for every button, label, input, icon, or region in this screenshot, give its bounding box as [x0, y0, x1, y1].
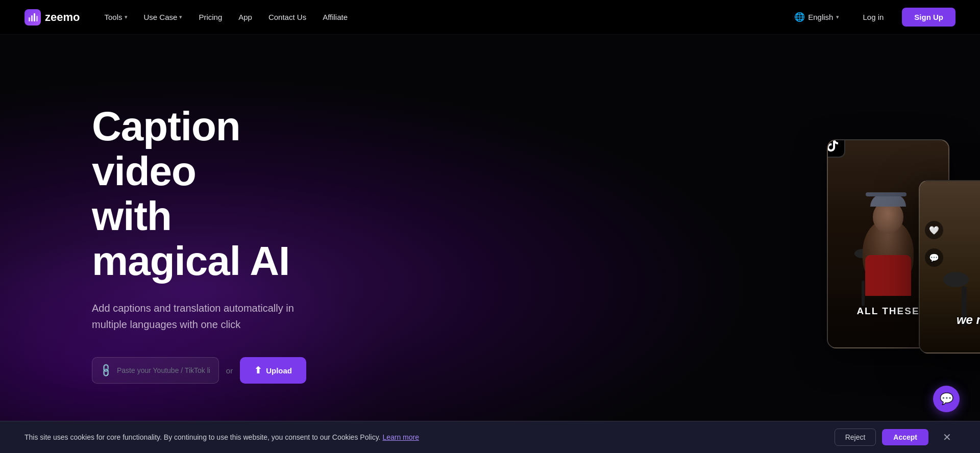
nav-tools[interactable]: Tools ▾ — [98, 9, 133, 26]
navbar: zeemo Tools ▾ Use Case ▾ Pricing App Con… — [0, 0, 980, 35]
language-selector[interactable]: 🌐 English ▾ — [789, 9, 844, 26]
cookie-accept-button[interactable]: Accept — [882, 429, 928, 445]
cookie-banner: This site uses cookies for core function… — [0, 421, 980, 453]
nav-app[interactable]: App — [232, 9, 258, 26]
youtube-video: we make all these mistakes — [919, 180, 980, 354]
use-case-chevron-icon: ▾ — [179, 14, 182, 20]
cookie-buttons: Reject Accept ✕ — [835, 429, 955, 446]
login-button[interactable]: Log in — [854, 9, 892, 26]
hero-title: Caption video with magical AI — [92, 104, 306, 284]
hero-section: Caption video with magical AI Add captio… — [0, 35, 980, 453]
nav-left: zeemo Tools ▾ Use Case ▾ Pricing App Con… — [24, 9, 354, 26]
logo[interactable]: zeemo — [24, 9, 80, 26]
globe-icon: 🌐 — [794, 12, 805, 22]
nav-pricing[interactable]: Pricing — [192, 9, 228, 26]
tiktok-comment-icon: 💬 — [925, 248, 943, 267]
cookie-learn-more[interactable]: Learn more — [382, 433, 419, 441]
cookie-text: This site uses cookies for core function… — [24, 433, 419, 441]
tools-chevron-icon: ▾ — [125, 14, 128, 20]
logo-text: zeemo — [45, 11, 80, 24]
tiktok-badge — [827, 139, 845, 158]
url-input-wrapper: 🔗 — [92, 357, 219, 384]
video-showcase: ALL THESE 🤍 💬 — [827, 139, 949, 348]
chat-bubble[interactable]: 💬 — [933, 386, 960, 412]
signup-button[interactable]: Sign Up — [902, 8, 955, 27]
hero-input-row: 🔗 or ⬆ Upload — [92, 357, 306, 384]
nav-right: 🌐 English ▾ Log in Sign Up — [789, 8, 955, 27]
url-input[interactable] — [117, 366, 210, 374]
nav-links: Tools ▾ Use Case ▾ Pricing App Contact U… — [98, 9, 354, 26]
nav-contact-us[interactable]: Contact Us — [262, 9, 312, 26]
svg-rect-2 — [34, 13, 35, 21]
cookie-close-button[interactable]: ✕ — [939, 429, 955, 445]
hero-content: Caption video with magical AI Add captio… — [0, 63, 398, 424]
nav-use-case[interactable]: Use Case ▾ — [138, 9, 189, 26]
upload-icon: ⬆ — [254, 365, 262, 376]
cookie-reject-button[interactable]: Reject — [835, 429, 876, 446]
youtube-caption: we make all these mistakes — [957, 313, 980, 327]
logo-icon — [24, 9, 41, 26]
lang-chevron-icon: ▾ — [836, 14, 839, 20]
nav-affiliate[interactable]: Affiliate — [316, 9, 354, 26]
hero-subtitle: Add captions and translation automatical… — [92, 300, 306, 333]
link-icon: 🔗 — [98, 362, 114, 378]
tiktok-caption: ALL THESE — [856, 306, 919, 317]
tiktok-heart-icon: 🤍 — [925, 221, 943, 239]
svg-rect-1 — [31, 15, 33, 21]
tiktok-side-icons: 🤍 💬 — [925, 221, 943, 267]
svg-rect-0 — [29, 17, 30, 21]
svg-rect-3 — [36, 16, 38, 21]
or-text: or — [226, 366, 233, 375]
upload-button[interactable]: ⬆ Upload — [240, 357, 306, 384]
